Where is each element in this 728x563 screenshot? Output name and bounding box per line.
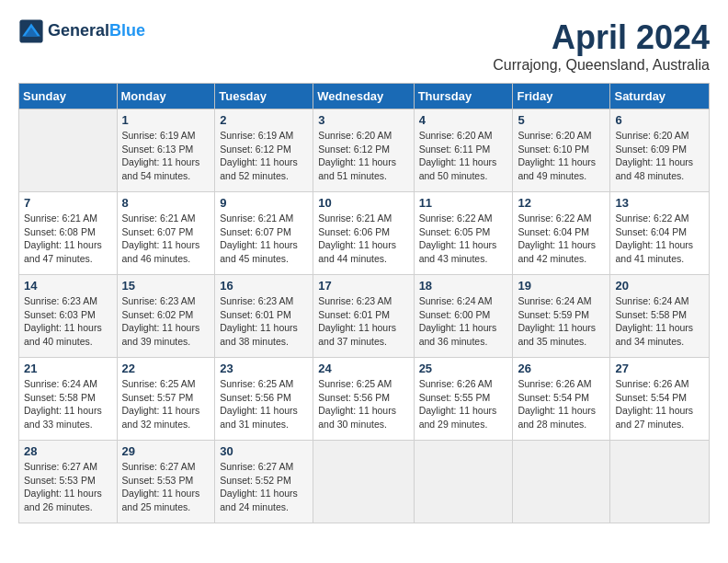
day-info: Sunrise: 6:24 AMSunset: 5:58 PMDaylight:…	[615, 294, 704, 349]
calendar-cell: 17Sunrise: 6:23 AMSunset: 6:01 PMDayligh…	[313, 275, 414, 358]
calendar-cell: 18Sunrise: 6:24 AMSunset: 6:00 PMDayligh…	[414, 275, 513, 358]
title-block: April 2024 Currajong, Queensland, Austra…	[493, 18, 710, 74]
day-number: 26	[518, 362, 605, 375]
calendar-cell: 4Sunrise: 6:20 AMSunset: 6:11 PMDaylight…	[414, 109, 513, 192]
calendar-cell: 16Sunrise: 6:23 AMSunset: 6:01 PMDayligh…	[215, 275, 313, 358]
calendar-cell: 5Sunrise: 6:20 AMSunset: 6:10 PMDaylight…	[513, 109, 610, 192]
week-row-2: 7Sunrise: 6:21 AMSunset: 6:08 PMDaylight…	[19, 192, 710, 275]
day-info: Sunrise: 6:26 AMSunset: 5:55 PMDaylight:…	[419, 377, 508, 431]
calendar-cell: 15Sunrise: 6:23 AMSunset: 6:02 PMDayligh…	[117, 275, 215, 358]
day-info: Sunrise: 6:25 AMSunset: 5:56 PMDaylight:…	[318, 377, 408, 431]
calendar-cell: 22Sunrise: 6:25 AMSunset: 5:57 PMDayligh…	[117, 358, 215, 441]
calendar-cell: 26Sunrise: 6:26 AMSunset: 5:54 PMDayligh…	[513, 358, 610, 441]
calendar-cell: 6Sunrise: 6:20 AMSunset: 6:09 PMDaylight…	[610, 109, 710, 192]
day-number: 16	[220, 279, 308, 293]
calendar-cell: 30Sunrise: 6:27 AMSunset: 5:52 PMDayligh…	[215, 441, 313, 523]
day-info: Sunrise: 6:20 AMSunset: 6:09 PMDaylight:…	[615, 129, 704, 183]
calendar-cell: 24Sunrise: 6:25 AMSunset: 5:56 PMDayligh…	[313, 358, 414, 441]
day-info: Sunrise: 6:23 AMSunset: 6:01 PMDaylight:…	[220, 294, 308, 349]
day-number: 8	[122, 196, 210, 210]
day-number: 4	[419, 113, 508, 127]
calendar-table: SundayMondayTuesdayWednesdayThursdayFrid…	[18, 83, 710, 523]
day-number: 7	[24, 196, 112, 210]
day-number: 12	[518, 196, 605, 210]
day-number: 1	[122, 113, 210, 127]
day-info: Sunrise: 6:24 AMSunset: 6:00 PMDaylight:…	[419, 294, 508, 349]
calendar-cell: 13Sunrise: 6:22 AMSunset: 6:04 PMDayligh…	[610, 192, 710, 275]
weekday-header-friday: Friday	[513, 84, 610, 109]
calendar-cell	[313, 441, 414, 523]
day-info: Sunrise: 6:23 AMSunset: 6:03 PMDaylight:…	[24, 294, 112, 349]
day-number: 14	[24, 279, 112, 293]
page-header: GeneralBlue April 2024 Currajong, Queens…	[18, 18, 710, 74]
day-info: Sunrise: 6:25 AMSunset: 5:56 PMDaylight:…	[220, 377, 308, 431]
day-info: Sunrise: 6:23 AMSunset: 6:02 PMDaylight:…	[122, 294, 210, 349]
calendar-cell: 10Sunrise: 6:21 AMSunset: 6:06 PMDayligh…	[313, 192, 414, 275]
day-info: Sunrise: 6:27 AMSunset: 5:53 PMDaylight:…	[122, 460, 210, 514]
day-number: 30	[220, 444, 308, 458]
calendar-cell: 8Sunrise: 6:21 AMSunset: 6:07 PMDaylight…	[117, 192, 215, 275]
day-info: Sunrise: 6:24 AMSunset: 5:58 PMDaylight:…	[24, 377, 112, 431]
day-info: Sunrise: 6:25 AMSunset: 5:57 PMDaylight:…	[122, 377, 210, 431]
calendar-cell: 14Sunrise: 6:23 AMSunset: 6:03 PMDayligh…	[19, 275, 118, 358]
day-info: Sunrise: 6:21 AMSunset: 6:06 PMDaylight:…	[318, 212, 408, 266]
calendar-cell: 7Sunrise: 6:21 AMSunset: 6:08 PMDaylight…	[19, 192, 118, 275]
weekday-header-sunday: Sunday	[19, 84, 118, 109]
logo-text: GeneralBlue	[48, 22, 145, 40]
day-info: Sunrise: 6:19 AMSunset: 6:13 PMDaylight:…	[122, 129, 210, 183]
day-info: Sunrise: 6:22 AMSunset: 6:04 PMDaylight:…	[518, 212, 605, 266]
weekday-header-wednesday: Wednesday	[313, 84, 414, 109]
day-number: 9	[220, 196, 308, 210]
weekday-header-saturday: Saturday	[610, 84, 710, 109]
day-number: 24	[318, 362, 408, 375]
day-number: 22	[122, 362, 210, 375]
week-row-1: 1Sunrise: 6:19 AMSunset: 6:13 PMDaylight…	[19, 109, 710, 192]
day-info: Sunrise: 6:27 AMSunset: 5:52 PMDaylight:…	[220, 460, 308, 514]
calendar-cell: 12Sunrise: 6:22 AMSunset: 6:04 PMDayligh…	[513, 192, 610, 275]
day-info: Sunrise: 6:20 AMSunset: 6:10 PMDaylight:…	[518, 129, 605, 183]
calendar-cell: 11Sunrise: 6:22 AMSunset: 6:05 PMDayligh…	[414, 192, 513, 275]
day-number: 27	[615, 362, 704, 375]
day-number: 13	[615, 196, 704, 210]
weekday-header-row: SundayMondayTuesdayWednesdayThursdayFrid…	[19, 84, 710, 109]
day-info: Sunrise: 6:19 AMSunset: 6:12 PMDaylight:…	[220, 129, 308, 183]
day-number: 11	[419, 196, 508, 210]
month-title: April 2024	[493, 18, 710, 57]
calendar-cell: 9Sunrise: 6:21 AMSunset: 6:07 PMDaylight…	[215, 192, 313, 275]
day-number: 23	[220, 362, 308, 375]
day-info: Sunrise: 6:26 AMSunset: 5:54 PMDaylight:…	[615, 377, 704, 431]
calendar-cell: 28Sunrise: 6:27 AMSunset: 5:53 PMDayligh…	[19, 441, 118, 523]
day-info: Sunrise: 6:21 AMSunset: 6:07 PMDaylight:…	[122, 212, 210, 266]
day-info: Sunrise: 6:27 AMSunset: 5:53 PMDaylight:…	[24, 460, 112, 514]
calendar-cell	[610, 441, 710, 523]
day-info: Sunrise: 6:23 AMSunset: 6:01 PMDaylight:…	[318, 294, 408, 349]
day-number: 28	[24, 444, 112, 458]
calendar-cell: 3Sunrise: 6:20 AMSunset: 6:12 PMDaylight…	[313, 109, 414, 192]
weekday-header-tuesday: Tuesday	[215, 84, 313, 109]
day-number: 25	[419, 362, 508, 375]
day-number: 10	[318, 196, 408, 210]
calendar-cell: 29Sunrise: 6:27 AMSunset: 5:53 PMDayligh…	[117, 441, 215, 523]
calendar-cell: 20Sunrise: 6:24 AMSunset: 5:58 PMDayligh…	[610, 275, 710, 358]
calendar-cell: 23Sunrise: 6:25 AMSunset: 5:56 PMDayligh…	[215, 358, 313, 441]
location-subtitle: Currajong, Queensland, Australia	[493, 57, 710, 74]
weekday-header-thursday: Thursday	[414, 84, 513, 109]
calendar-cell: 27Sunrise: 6:26 AMSunset: 5:54 PMDayligh…	[610, 358, 710, 441]
day-info: Sunrise: 6:22 AMSunset: 6:04 PMDaylight:…	[615, 212, 704, 266]
calendar-cell	[513, 441, 610, 523]
day-number: 17	[318, 279, 408, 293]
day-number: 19	[518, 279, 605, 293]
day-number: 21	[24, 362, 112, 375]
day-number: 15	[122, 279, 210, 293]
day-number: 5	[518, 113, 605, 127]
day-info: Sunrise: 6:21 AMSunset: 6:07 PMDaylight:…	[220, 212, 308, 266]
day-number: 18	[419, 279, 508, 293]
calendar-cell: 1Sunrise: 6:19 AMSunset: 6:13 PMDaylight…	[117, 109, 215, 192]
day-number: 20	[615, 279, 704, 293]
day-info: Sunrise: 6:22 AMSunset: 6:05 PMDaylight:…	[419, 212, 508, 266]
calendar-cell: 2Sunrise: 6:19 AMSunset: 6:12 PMDaylight…	[215, 109, 313, 192]
calendar-cell: 25Sunrise: 6:26 AMSunset: 5:55 PMDayligh…	[414, 358, 513, 441]
day-info: Sunrise: 6:20 AMSunset: 6:12 PMDaylight:…	[318, 129, 408, 183]
day-info: Sunrise: 6:24 AMSunset: 5:59 PMDaylight:…	[518, 294, 605, 349]
day-info: Sunrise: 6:21 AMSunset: 6:08 PMDaylight:…	[24, 212, 112, 266]
